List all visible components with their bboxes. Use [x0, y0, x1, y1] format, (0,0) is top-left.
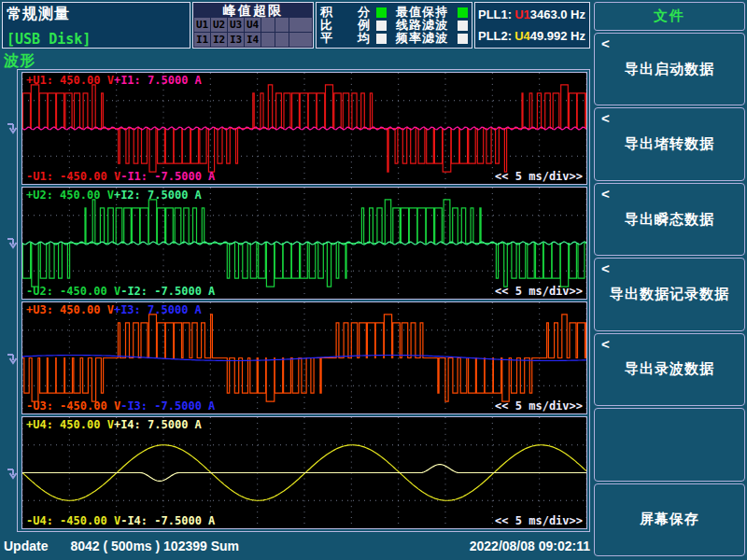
peak-cell-u4: U4: [245, 18, 261, 32]
sidebar-button-1[interactable]: <导出启动数据: [594, 33, 745, 105]
time-per-div-label: << 5 ms/div>>: [495, 514, 583, 527]
channel-top-label: +U3: 450.00 V+I3: 7.5000 A: [26, 303, 202, 316]
pll-source: U4: [514, 29, 530, 43]
i-plus-label: +I2: 7.5000 A: [114, 189, 202, 202]
checkbox-filter[interactable]: [458, 34, 468, 44]
pll-name: PLL1:: [478, 7, 512, 21]
peak-cell-u1: U1: [194, 18, 210, 32]
u-plus-label: +U1: 450.00 V: [26, 74, 114, 87]
sidebar-button-4[interactable]: <导出数据记录数据: [594, 258, 745, 330]
sidebar-button-2[interactable]: <导出堵转数据: [594, 107, 745, 180]
i-minus-label: -I4: -7.5000 A: [120, 514, 215, 527]
back-chevron-icon: <: [601, 260, 611, 276]
sidebar-button-label: 导出数据记录数据: [610, 286, 729, 303]
time-per-div-label: << 5 ms/div>>: [495, 170, 583, 183]
toggle-label: 均: [358, 30, 371, 47]
peak-cell-u2: U2: [211, 18, 227, 32]
waveform-container: +U1: 450.00 V+I1: 7.5000 A-U1: -450.00 V…: [17, 69, 590, 532]
channel-top-label: +U2: 450.00 V+I2: 7.5000 A: [26, 189, 202, 202]
pll-name: PLL2:: [478, 29, 512, 43]
i-minus-label: -I1: -7.5000 A: [120, 170, 215, 183]
channel-bottom-label: -U4: -450.00 V-I4: -7.5000 A: [26, 514, 215, 527]
peak-over-limit-title: 峰值超限: [193, 3, 313, 18]
back-chevron-icon: <: [601, 110, 611, 126]
i-minus-label: -I2: -7.5000 A: [120, 285, 215, 298]
status-bar: Update 8042 ( 500ms ) 102399 Sum 2022/08…: [0, 534, 592, 558]
waveform-plot-ch1: [22, 73, 586, 184]
peak-cell-empty: [275, 18, 289, 32]
sidebar-button-label: 导出录波数据: [625, 360, 714, 378]
peak-over-limit-grid: U1U2U3U4I1I2I3I4: [193, 18, 313, 47]
sidebar-title-file: 文件: [594, 2, 745, 31]
channel-bottom-label: -U3: -450.00 V-I3: -7.5000 A: [26, 399, 215, 413]
sidebar-button-label: 屏幕保存: [640, 511, 699, 528]
usb-disk-status: [USB Disk]: [7, 31, 186, 48]
waveform-plot-ch3: [22, 302, 586, 413]
peak-cell-empty: [289, 18, 312, 32]
pll-value: 49.992 Hz: [530, 29, 585, 43]
peak-cell-empty: [261, 18, 275, 32]
channel-position-marker-icon[interactable]: [6, 467, 18, 483]
i-plus-label: +I4: 7.5000 A: [114, 418, 202, 431]
pll-row: PLL2:U449.992 Hz: [478, 29, 586, 43]
checkbox-平均[interactable]: [376, 34, 387, 44]
pll-row: PLL1:U13463.0 Hz: [478, 7, 586, 21]
channel-top-label: +U1: 450.00 V+I1: 7.5000 A: [26, 74, 202, 87]
checkbox-比例[interactable]: [376, 21, 387, 31]
sidebar-button-7[interactable]: 屏幕保存: [594, 483, 745, 556]
waveform-plot-ch2: [22, 188, 586, 299]
u-minus-label: -U4: -450.00 V: [26, 514, 120, 527]
waveform-panel-ch3: +U3: 450.00 V+I3: 7.5000 A-U3: -450.00 V…: [21, 301, 587, 414]
pll-value: 3463.0 Hz: [530, 7, 585, 21]
u-minus-label: -U2: -450.00 V: [26, 285, 120, 298]
i-minus-label: -I3: -7.5000 A: [120, 399, 215, 413]
back-chevron-icon: <: [601, 336, 611, 352]
filter-label: 频率滤波: [396, 30, 448, 47]
sidebar-button-label: 导出堵转数据: [625, 135, 714, 153]
checkbox-filter[interactable]: [458, 7, 468, 18]
peak-cell-i1: I1: [194, 33, 210, 47]
u-plus-label: +U3: 450.00 V: [26, 303, 114, 316]
sidebar-button-empty[interactable]: [594, 408, 745, 481]
update-info: 8042 ( 500ms ) 102399 Sum: [70, 539, 239, 553]
channel-position-marker-icon[interactable]: [6, 236, 18, 253]
pll-source: U1: [514, 7, 530, 21]
peak-cell-empty: [275, 33, 289, 47]
i-plus-label: +I3: 7.5000 A: [114, 303, 202, 316]
checkbox-filter[interactable]: [458, 21, 468, 31]
time-per-div-label: << 5 ms/div>>: [495, 399, 583, 413]
u-minus-label: -U3: -450.00 V: [26, 399, 120, 413]
sidebar-button-label: 导出启动数据: [625, 61, 714, 78]
toggle-label: 平: [320, 30, 333, 47]
waveform-plot-ch4: [22, 417, 586, 528]
u-minus-label: -U1: -450.00 V: [26, 170, 120, 183]
channel-position-marker-icon[interactable]: [6, 352, 18, 369]
back-chevron-icon: <: [601, 186, 611, 202]
peak-cell-empty: [261, 33, 275, 47]
i-plus-label: +I1: 7.5000 A: [114, 74, 202, 87]
waveform-panel-ch1: +U1: 450.00 V+I1: 7.5000 A-U1: -450.00 V…: [21, 72, 587, 185]
channel-top-label: +U4: 450.00 V+I4: 7.5000 A: [26, 418, 202, 431]
channel-bottom-label: -U1: -450.00 V-I1: -7.5000 A: [26, 170, 215, 183]
channel-position-marker-icon[interactable]: [6, 121, 18, 138]
sidebar-button-5[interactable]: <导出录波数据: [594, 333, 745, 406]
u-plus-label: +U2: 450.00 V: [26, 189, 114, 202]
update-label: Update: [4, 539, 48, 553]
u-plus-label: +U4: 450.00 V: [26, 418, 114, 431]
measurement-mode-box: 常规测量 [USB Disk]: [2, 2, 190, 49]
toggle-row: 平均频率滤波: [318, 32, 468, 45]
waveform-panel-ch2: +U2: 450.00 V+I2: 7.5000 A-U2: -450.00 V…: [21, 187, 587, 300]
datetime: 2022/08/08 09:02:11: [470, 539, 590, 553]
waveform-panel-ch4: +U4: 450.00 V+I4: 7.5000 A-U4: -450.00 V…: [21, 416, 587, 529]
peak-cell-empty: [289, 33, 312, 47]
mode-title: 常规测量: [7, 5, 186, 24]
sidebar-menu: 文件 <导出启动数据<导出堵转数据<导出瞬态数据<导出数据记录数据<导出录波数据…: [594, 2, 745, 556]
sidebar-button-3[interactable]: <导出瞬态数据: [594, 183, 745, 256]
peak-over-limit-box: 峰值超限 U1U2U3U4I1I2I3I4: [192, 2, 314, 49]
checkbox-积分[interactable]: [376, 7, 387, 18]
time-per-div-label: << 5 ms/div>>: [495, 285, 583, 298]
sidebar-button-label: 导出瞬态数据: [625, 211, 714, 229]
channel-bottom-label: -U2: -450.00 V-I2: -7.5000 A: [26, 285, 215, 298]
peak-cell-i3: I3: [228, 33, 244, 47]
back-chevron-icon: <: [601, 35, 611, 51]
